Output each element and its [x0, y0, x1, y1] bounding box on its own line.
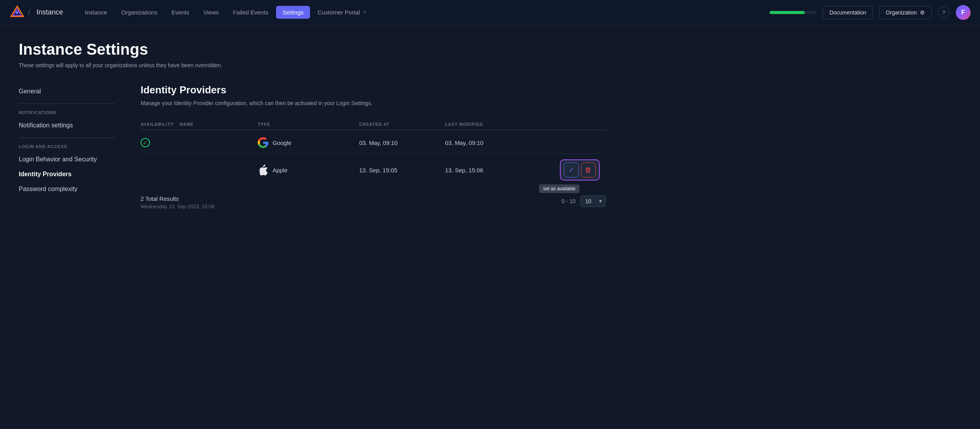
check-icon: ✓: [568, 166, 574, 174]
apple-icon: [258, 164, 269, 175]
nav-tabs: Instance Organizations Events Views Fail…: [79, 6, 770, 19]
total-results: 2 Total Results Wednesday 13. Sep 2023, …: [141, 195, 214, 209]
set-available-button[interactable]: ✓: [564, 163, 579, 177]
trash-icon: 🗑: [585, 166, 592, 174]
table-header: AVAILABILITY NAME TYPE CREATED AT LAST M…: [141, 119, 606, 130]
page-subtitle: These settings will apply to all your or…: [19, 62, 606, 68]
col-type: TYPE: [258, 122, 359, 127]
tab-views[interactable]: Views: [197, 6, 225, 19]
pagination: 0 - 10 10 25 50 100 ▼: [561, 195, 606, 207]
total-results-date: Wednesday 13. Sep 2023, 15:06: [141, 204, 214, 209]
organization-button[interactable]: Organization ⚙: [879, 6, 932, 19]
nav-slash: /: [28, 8, 30, 17]
pagination-range: 0 - 10: [561, 198, 576, 204]
sidebar-item-identity-providers[interactable]: Identity Providers: [19, 167, 116, 182]
logo-area: / Instance: [9, 5, 63, 20]
col-last-modified: LAST MODIFIED: [445, 122, 531, 127]
external-link-icon: ↗: [362, 10, 366, 15]
sidebar-item-login-behavior[interactable]: Login Behavior and Security: [19, 152, 116, 167]
main-content: Identity Providers Manage your Identity …: [128, 84, 606, 209]
provider-name-apple: Apple: [273, 167, 287, 173]
col-created-at: CREATED AT: [359, 122, 445, 127]
delete-button[interactable]: 🗑: [581, 163, 596, 177]
sidebar-divider-notifications: [19, 104, 116, 104]
apple-action-wrapper: ✓ 🗑 set as available: [560, 159, 600, 181]
pagination-select[interactable]: 10 25 50 100: [580, 195, 606, 207]
nav-instance-label: Instance: [37, 8, 63, 16]
cell-type-apple: Apple: [258, 164, 359, 175]
col-availability: AVAILABILITY: [141, 122, 180, 127]
cell-modified-google: 03. May, 09:10: [445, 139, 531, 146]
table-row: Apple 13. Sep, 15:05 13. Sep, 15:06 ✓ 🗑: [141, 154, 606, 186]
set-available-tooltip: set as available: [539, 184, 579, 193]
section-title: Identity Providers: [141, 84, 606, 96]
progress-fill: [770, 11, 805, 14]
sidebar: General NOTIFICATIONS Notification setti…: [19, 84, 128, 209]
google-icon: [258, 137, 269, 148]
cell-created-google: 03. May, 09:10: [359, 139, 445, 146]
availability-check-icon: ✓: [141, 138, 150, 147]
col-name: NAME: [180, 122, 258, 127]
sidebar-item-notification-settings[interactable]: Notification settings: [19, 118, 116, 133]
svg-point-2: [16, 11, 19, 14]
gear-icon: ⚙: [920, 9, 925, 16]
avatar[interactable]: F: [956, 5, 971, 20]
provider-name-google: Google: [273, 139, 291, 146]
cell-type-google: Google: [258, 137, 359, 148]
nav-right: Documentation Organization ⚙ ? F: [770, 5, 971, 20]
cell-availability-google: ✓: [141, 138, 180, 147]
documentation-button[interactable]: Documentation: [823, 6, 873, 19]
sidebar-section-login: LOGIN AND ACCESS: [19, 144, 116, 149]
page-content: Instance Settings These settings will ap…: [0, 25, 625, 228]
pagination-select-wrap: 10 25 50 100 ▼: [580, 195, 606, 207]
table-row: ✓: [141, 132, 606, 154]
tab-instance[interactable]: Instance: [79, 6, 114, 19]
section-desc: Manage your Identity Provider configurat…: [141, 100, 606, 106]
help-button[interactable]: ?: [938, 7, 950, 18]
cell-created-apple: 13. Sep, 15:05: [359, 167, 445, 173]
content-area: General NOTIFICATIONS Notification setti…: [19, 84, 606, 209]
cell-actions-apple: ✓ 🗑 set as available: [531, 159, 606, 181]
app-logo[interactable]: [9, 5, 25, 20]
sidebar-item-general[interactable]: General: [19, 84, 116, 99]
tab-events[interactable]: Events: [165, 6, 196, 19]
tab-organizations[interactable]: Organizations: [115, 6, 164, 19]
sidebar-divider-login: [19, 138, 116, 138]
total-results-label: 2 Total Results: [141, 195, 214, 202]
table-footer: 2 Total Results Wednesday 13. Sep 2023, …: [141, 195, 606, 209]
progress-bar: [770, 11, 816, 14]
sidebar-item-password-complexity[interactable]: Password complexity: [19, 182, 116, 197]
tab-settings[interactable]: Settings: [276, 6, 310, 19]
tab-failed-events[interactable]: Failed Events: [227, 6, 275, 19]
cell-modified-apple: 13. Sep, 15:06: [445, 167, 531, 173]
top-navigation: / Instance Instance Organizations Events…: [0, 0, 980, 25]
col-actions: [531, 122, 606, 127]
tab-customer-portal[interactable]: Customer Portal ↗: [312, 6, 372, 19]
identity-providers-table: AVAILABILITY NAME TYPE CREATED AT LAST M…: [141, 119, 606, 186]
sidebar-section-notifications: NOTIFICATIONS: [19, 110, 116, 115]
page-title: Instance Settings: [19, 41, 606, 58]
